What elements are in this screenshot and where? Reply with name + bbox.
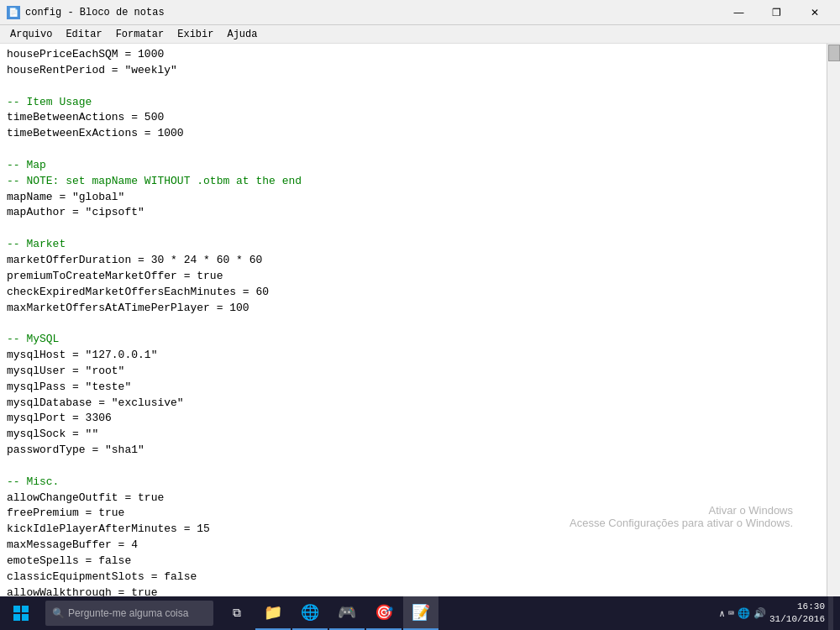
svg-rect-2 [13,614,20,621]
clock-time: 16:30 [769,601,825,613]
code-line: mysqlPort = 3306 [7,411,820,427]
search-bar[interactable]: 🔍 [45,601,213,626]
code-line: mysqlSock = "" [7,427,820,443]
code-line: mapAuthor = "cipsoft" [7,205,820,221]
menu-exibir[interactable]: Exibir [171,27,220,42]
file-explorer-button[interactable]: 📁 [255,596,291,630]
windows-logo [13,606,29,621]
search-input[interactable] [68,607,194,619]
clock[interactable]: 16:30 31/10/2016 [769,601,825,627]
close-button[interactable]: ✕ [795,0,833,25]
menu-bar: Arquivo Editar Formatar Exibir Ajuda [0,25,840,44]
window-controls: — ❐ ✕ [720,0,833,25]
code-line: houseRentPeriod = "weekly" [7,63,820,79]
code-line [7,142,820,158]
volume-icon[interactable]: 🔊 [753,607,766,620]
chrome-icon: 🌐 [301,603,319,622]
minimize-button[interactable]: — [720,0,758,25]
code-line: housePriceEachSQM = 1000 [7,47,820,63]
code-line: mysqlPass = "teste" [7,380,820,396]
chrome-button[interactable]: 🌐 [292,596,328,630]
code-line: maxMessageBuffer = 4 [7,538,820,554]
menu-ajuda[interactable]: Ajuda [220,27,264,42]
game1-button[interactable]: 🎮 [329,596,365,630]
code-line [7,459,820,475]
window-title: config - Bloco de notas [25,7,165,18]
editor-content[interactable]: housePriceEachSQM = 1000houseRentPeriod … [0,44,827,596]
taskbar-quick-icons: ⧉ 📁 🌐 🎮 🎯 📝 [220,596,438,630]
notepad-icon: 📝 [412,603,430,622]
editor-container: housePriceEachSQM = 1000houseRentPeriod … [0,44,840,596]
code-line: classicEquipmentSlots = false [7,570,820,585]
code-line: timeBetweenActions = 500 [7,110,820,126]
svg-rect-1 [22,606,29,612]
search-icon: 🔍 [52,607,65,620]
keyboard-icon[interactable]: ⌨ [728,607,734,620]
tray-icons: ∧ ⌨ 🌐 🔊 [719,607,766,620]
code-line: maxMarketOffersAtATimePerPlayer = 100 [7,301,820,317]
code-line: kickIdlePlayerAfterMinutes = 15 [7,522,820,538]
app-icon: 📄 [7,6,20,19]
start-button[interactable] [0,596,42,630]
code-line: -- Map [7,158,820,174]
game2-button[interactable]: 🎯 [366,596,402,630]
titlebar-left: 📄 config - Bloco de notas [7,6,165,19]
game1-icon: 🎮 [338,603,356,622]
code-line [7,221,820,237]
task-view-button[interactable]: ⧉ [220,596,254,630]
code-line: premiumToCreateMarketOffer = true [7,269,820,285]
code-line: emoteSpells = false [7,554,820,570]
taskbar-right: ∧ ⌨ 🌐 🔊 16:30 31/10/2016 [719,596,840,630]
code-line: allowWalkthrough = true [7,585,820,596]
code-lines: housePriceEachSQM = 1000houseRentPeriod … [7,47,820,596]
svg-rect-3 [22,614,29,621]
title-bar: 📄 config - Bloco de notas — ❐ ✕ [0,0,840,25]
vertical-scrollbar[interactable] [827,44,840,596]
code-line: mysqlDatabase = "exclusive" [7,396,820,412]
code-line [7,79,820,95]
show-desktop-button[interactable] [828,596,833,630]
file-explorer-icon: 📁 [264,603,282,622]
svg-rect-0 [13,606,20,612]
code-line: mysqlUser = "root" [7,364,820,380]
clock-date: 31/10/2016 [769,613,825,626]
code-line: passwordType = "sha1" [7,443,820,459]
code-line: -- NOTE: set mapName WITHOUT .otbm at th… [7,174,820,190]
code-line: marketOfferDuration = 30 * 24 * 60 * 60 [7,253,820,269]
chevron-icon[interactable]: ∧ [719,608,725,619]
menu-arquivo[interactable]: Arquivo [3,27,59,42]
taskbar: 🔍 ⧉ 📁 🌐 🎮 🎯 📝 ∧ ⌨ 🌐 🔊 16:30 31/10/2016 [0,596,840,630]
notepad-button[interactable]: 📝 [403,596,438,630]
code-line: -- Market [7,237,820,253]
network-icon[interactable]: 🌐 [738,607,750,620]
scrollbar-thumb[interactable] [828,45,840,61]
menu-editar[interactable]: Editar [59,27,108,42]
code-line [7,316,820,332]
code-line: allowChangeOutfit = true [7,491,820,507]
code-line: -- MySQL [7,332,820,348]
maximize-button[interactable]: ❐ [758,0,795,25]
game2-icon: 🎯 [375,603,393,622]
code-line: freePremium = true [7,506,820,522]
code-line: -- Item Usage [7,95,820,111]
code-line: checkExpiredMarketOffersEachMinutes = 60 [7,285,820,301]
code-line: timeBetweenExActions = 1000 [7,126,820,142]
code-line: mysqlHost = "127.0.0.1" [7,348,820,364]
menu-formatar[interactable]: Formatar [109,27,171,42]
code-line: mapName = "global" [7,190,820,206]
code-line: -- Misc. [7,475,820,491]
